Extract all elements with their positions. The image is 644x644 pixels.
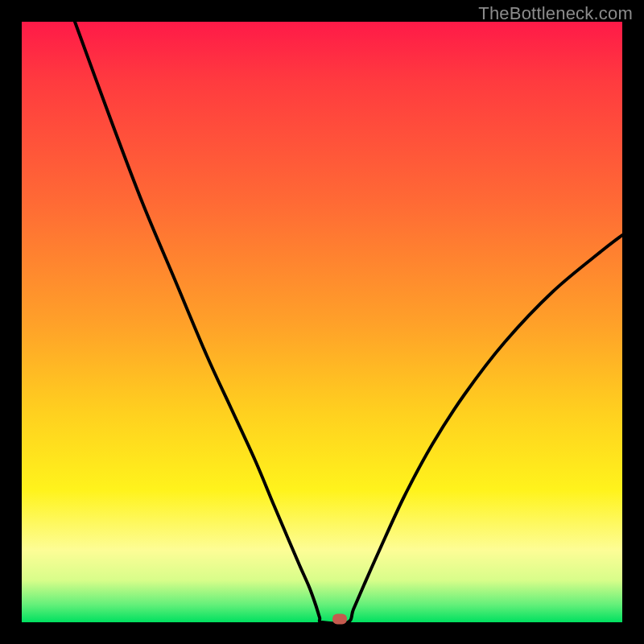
chart-frame: TheBottleneck.com xyxy=(0,0,644,644)
bottleneck-curve xyxy=(22,22,622,622)
plot-area xyxy=(22,22,622,622)
optimum-marker xyxy=(332,614,347,625)
curve-path xyxy=(75,22,622,623)
